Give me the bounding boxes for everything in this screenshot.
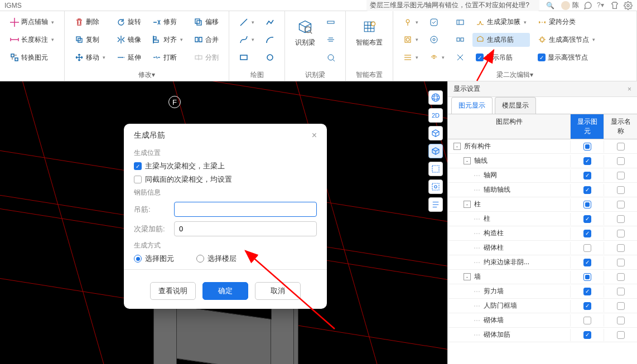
show-element-checkbox[interactable] (583, 186, 591, 194)
show-element-checkbox[interactable] (583, 244, 591, 252)
tree-row[interactable]: -所有构件 (448, 139, 637, 154)
gen-haunches-button[interactable]: 生成梁加腋▾ (472, 15, 530, 29)
view-cube-solid[interactable] (428, 144, 443, 158)
tree-toggle[interactable]: - (464, 273, 471, 280)
radio-select-floor[interactable]: 选择楼层 (196, 254, 237, 264)
break-button[interactable]: 打断 (149, 51, 186, 65)
tree-row[interactable]: ⋯轴网 (448, 168, 637, 183)
show-name-checkbox[interactable] (617, 259, 625, 266)
view-globe[interactable] (428, 90, 443, 105)
check-same-section[interactable]: 同截面的次梁相交，均设置 (134, 174, 317, 185)
beam-span-class-button[interactable]: 梁跨分类 (534, 15, 599, 29)
show-element-checkbox[interactable] (583, 172, 591, 179)
view-focus[interactable] (428, 179, 443, 194)
view-cube-wire[interactable] (428, 126, 443, 140)
show-element-checkbox[interactable] (583, 302, 591, 310)
radio-select-element[interactable]: 选择图元 (134, 254, 174, 264)
show-element-checkbox[interactable] (583, 143, 591, 151)
show-element-checkbox[interactable] (583, 288, 591, 295)
tab-element-display[interactable]: 图元显示 (451, 97, 493, 114)
extend-button[interactable]: 延伸 (113, 51, 144, 65)
view-selection[interactable] (428, 162, 443, 176)
view-list[interactable] (428, 197, 443, 212)
show-element-checkbox[interactable] (583, 259, 591, 266)
smart-layout-button[interactable]: 智能布置 (350, 13, 388, 66)
edit-tool-5[interactable] (426, 33, 448, 46)
edit-tool-1[interactable]: ▾ (400, 16, 422, 29)
show-name-checkbox[interactable] (617, 157, 625, 165)
rotate-button[interactable]: 旋转 (113, 15, 144, 29)
show-name-checkbox[interactable] (617, 317, 625, 324)
draw-circle-button[interactable] (262, 51, 278, 64)
tree-row[interactable]: ⋯砌体加筋 (448, 328, 637, 342)
close-icon[interactable]: × (312, 130, 317, 140)
tree-row[interactable]: ⋯人防门框墙 (448, 299, 637, 313)
input-ciliang[interactable] (174, 221, 317, 236)
tab-floor-display[interactable]: 楼层显示 (495, 97, 536, 114)
show-element-checkbox[interactable] (583, 157, 591, 165)
settings-icon[interactable] (624, 1, 633, 10)
tree-row[interactable]: ⋯砌体柱 (448, 241, 637, 255)
edit-tool-7[interactable] (452, 16, 468, 29)
draw-arc-button[interactable] (262, 33, 278, 46)
panel-close-icon[interactable]: × (628, 85, 631, 93)
draw-curve-button[interactable]: ▾ (236, 33, 258, 46)
tree-toggle[interactable]: - (464, 201, 471, 208)
draw-rect-button[interactable] (236, 51, 258, 64)
tree-row[interactable]: ⋯构造柱 (448, 226, 637, 241)
show-name-checkbox[interactable] (617, 201, 625, 208)
gen-highstr-node-button[interactable]: 生成高强节点▾ (534, 33, 599, 47)
tree-row[interactable]: -柱 (448, 197, 637, 212)
offset-button[interactable]: 偏移 (191, 15, 222, 29)
ok-button[interactable]: 确定 (202, 282, 248, 300)
shirt-icon[interactable] (610, 1, 619, 10)
gen-stirrup-button[interactable]: 生成吊筋 (472, 33, 530, 47)
edit-tool-6[interactable]: ▾ (426, 51, 448, 64)
show-name-checkbox[interactable] (617, 172, 625, 179)
copy-button[interactable]: 复制 (71, 33, 109, 47)
show-element-checkbox[interactable] (583, 230, 591, 237)
recog-opt-1[interactable] (323, 16, 339, 29)
show-name-checkbox[interactable] (617, 244, 625, 252)
input-diaojin[interactable] (174, 202, 317, 217)
recognize-beam-button[interactable]: 识别梁 (289, 13, 321, 66)
move-button[interactable]: 移动▾ (71, 51, 109, 65)
show-element-checkbox[interactable] (583, 273, 591, 281)
convert-elem-button[interactable]: 转换图元 (7, 51, 57, 65)
aux-axis-button[interactable]: 两点辅轴▾ (7, 15, 57, 29)
user-badge[interactable]: 陈 (561, 1, 579, 10)
length-dim-button[interactable]: 长度标注▾ (7, 33, 57, 47)
show-name-checkbox[interactable] (617, 273, 625, 281)
check-main-sub-intersect[interactable]: 主梁与次梁相交，主梁上 (134, 161, 317, 171)
edit-tool-2[interactable]: ▾ (400, 33, 422, 46)
show-element-checkbox[interactable] (583, 317, 591, 324)
draw-line-button[interactable]: ▾ (236, 16, 258, 29)
tree-row[interactable]: ⋯柱 (448, 212, 637, 226)
tree-row[interactable]: -轴线 (448, 154, 637, 168)
tree-row[interactable]: ⋯约束边缘非阴... (448, 255, 637, 270)
tree-row[interactable]: ⋯辅助轴线 (448, 183, 637, 197)
tree-toggle[interactable]: - (453, 143, 461, 150)
edit-tool-3[interactable]: ▾ (400, 51, 422, 64)
cancel-button[interactable]: 取消 (255, 282, 301, 300)
show-name-checkbox[interactable] (617, 288, 625, 295)
edit-tool-9[interactable] (452, 51, 468, 64)
help-icon[interactable]: ?▾ (597, 1, 606, 10)
show-stirrup-check[interactable]: 显示吊筋 (472, 51, 530, 65)
edit-tool-8[interactable] (452, 33, 468, 46)
draw-polyline-button[interactable] (262, 16, 278, 29)
show-highstr-node-check[interactable]: 显示高强节点 (534, 51, 599, 65)
show-name-checkbox[interactable] (617, 302, 625, 310)
recog-opt-2[interactable] (323, 33, 339, 46)
chat-icon[interactable] (583, 1, 592, 10)
align-button[interactable]: 对齐▾ (149, 33, 186, 47)
tree-row[interactable]: ⋯砌体墙 (448, 313, 637, 328)
show-element-checkbox[interactable] (583, 331, 591, 339)
help-search[interactable]: 娄层三维显示图元/轴网有错位，位置不对应如何处理? (366, 0, 539, 11)
recog-opt-3[interactable] (323, 51, 339, 64)
show-name-checkbox[interactable] (617, 143, 625, 151)
search-icon[interactable]: 🔍 (546, 2, 554, 9)
help-button[interactable]: 查看说明 (150, 282, 196, 300)
tree-row[interactable]: ⋯剪力墙 (448, 284, 637, 299)
merge-button[interactable]: 合并 (191, 33, 222, 47)
